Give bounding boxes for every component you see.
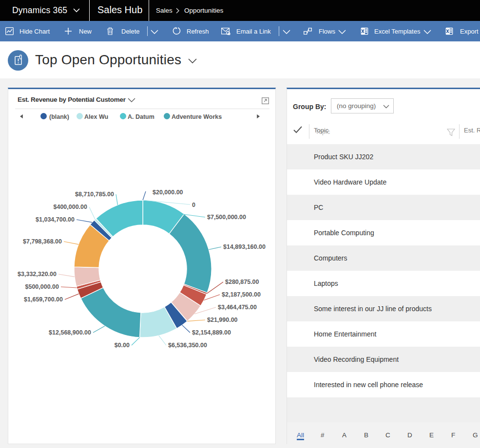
svg-text:$14,893,160.00: $14,893,160.00 — [223, 243, 266, 250]
svg-text:$1,659,700.00: $1,659,700.00 — [24, 296, 63, 303]
svg-text:$12,568,900.00: $12,568,900.00 — [49, 329, 91, 336]
svg-text:$20,000.00: $20,000.00 — [153, 189, 183, 196]
svg-text:$3,332,320.00: $3,332,320.00 — [18, 271, 57, 278]
svg-text:$3,464,475.00: $3,464,475.00 — [218, 304, 257, 311]
svg-text:$280,875.00: $280,875.00 — [225, 279, 259, 285]
svg-text:$6,536,350.00: $6,536,350.00 — [168, 342, 207, 349]
svg-text:$21,990.00: $21,990.00 — [207, 317, 238, 323]
svg-text:$7,500,000.00: $7,500,000.00 — [207, 214, 246, 221]
svg-text:$400,000.00: $400,000.00 — [53, 204, 87, 210]
svg-text:$2,154,889.00: $2,154,889.00 — [192, 329, 231, 336]
svg-text:$1,034,700.00: $1,034,700.00 — [36, 216, 75, 223]
svg-text:0: 0 — [192, 202, 195, 208]
svg-text:$8,710,785.00: $8,710,785.00 — [75, 191, 114, 198]
svg-text:$7,798,368.00: $7,798,368.00 — [23, 238, 62, 245]
svg-text:$0.00: $0.00 — [115, 342, 130, 349]
svg-text:$2,187,500.00: $2,187,500.00 — [222, 291, 261, 298]
svg-text:$500,000.00: $500,000.00 — [25, 283, 59, 290]
